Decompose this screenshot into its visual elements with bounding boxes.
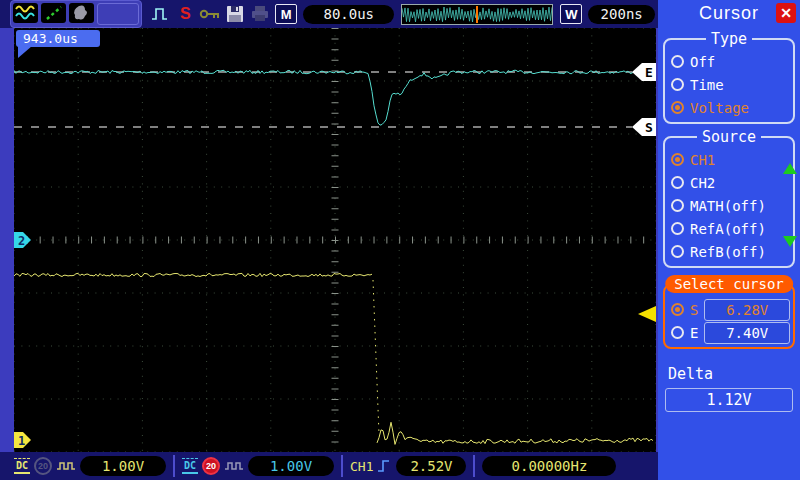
- source-option-math[interactable]: MATH(off): [668, 194, 790, 217]
- cursor-menu-sidebar: Cursor ✕ Type Off Time Voltage Source CH…: [658, 0, 800, 480]
- trigger-source-label: CH1: [350, 459, 373, 474]
- ch2-coupling-dc-icon[interactable]: DC: [182, 458, 198, 474]
- cursor-time-tag: 943.0us: [16, 30, 100, 58]
- trigger-level-arrow-icon[interactable]: [638, 306, 656, 322]
- rising-edge-icon: [376, 458, 392, 474]
- cursor-e-marker[interactable]: E: [632, 63, 656, 81]
- delta-label: Delta: [668, 365, 790, 383]
- ch1-bandwidth-limit-icon[interactable]: 20: [34, 457, 52, 475]
- radio-icon: [671, 245, 684, 258]
- cursor-s-marker[interactable]: S: [632, 118, 656, 136]
- source-option-ch2[interactable]: CH2: [668, 171, 790, 194]
- waveform-preview-strip[interactable]: [401, 4, 553, 25]
- cursor-e-value: 7.40V: [704, 322, 790, 344]
- type-group-title: Type: [665, 30, 793, 48]
- cursor-lines[interactable]: [14, 72, 632, 127]
- separator: [173, 455, 175, 477]
- scroll-up-icon[interactable]: [783, 163, 797, 174]
- scroll-down-icon[interactable]: [783, 236, 797, 247]
- waveform-display: E S 2 1 943.0us: [14, 28, 656, 452]
- cursor-s-row[interactable]: S 6.28V: [668, 298, 790, 321]
- window-timebase-badge: W: [560, 4, 582, 24]
- ch1-coupling-dc-icon[interactable]: DC: [14, 458, 30, 474]
- trigger-level-readout: 2.52V: [396, 456, 466, 476]
- cursor-type-group: Type Off Time Voltage: [663, 38, 795, 124]
- close-icon[interactable]: ✕: [776, 3, 796, 23]
- type-option-voltage[interactable]: Voltage: [668, 96, 790, 119]
- dashed-line-icon[interactable]: [41, 3, 66, 23]
- radio-icon: [671, 55, 684, 68]
- graticule: [14, 28, 656, 452]
- ch2-volts-div-readout: 1.00V: [248, 456, 334, 476]
- main-timebase-readout: 80.0us: [303, 5, 394, 24]
- radio-icon: [671, 101, 684, 114]
- key-lock-icon[interactable]: [199, 3, 222, 25]
- select-cursor-title: Select cursor: [665, 275, 793, 293]
- noise-blob-icon[interactable]: [69, 3, 94, 23]
- radio-icon: [671, 303, 684, 316]
- ch1-waveform-type-icon: [56, 460, 76, 472]
- ch2-zero-marker-label: 2: [18, 234, 25, 248]
- ch1-zero-marker-label: 1: [18, 434, 25, 448]
- source-option-ch1[interactable]: CH1: [668, 148, 790, 171]
- cursor-time-tag-label: 943.0us: [23, 31, 78, 46]
- cursor-e-row[interactable]: E 7.40V: [668, 321, 790, 344]
- source-group-title: Source: [665, 128, 793, 146]
- type-option-time[interactable]: Time: [668, 73, 790, 96]
- toolbar-icon-panel: [10, 0, 142, 28]
- window-timebase-readout: 200ns: [588, 5, 655, 24]
- empty-toolbar-button[interactable]: [97, 3, 139, 25]
- ch2-waveform-type-icon: [224, 460, 244, 472]
- s-indicator-label: S: [180, 5, 191, 23]
- ch1-zero-marker[interactable]: 1: [14, 432, 31, 448]
- ch1-volts-div-readout: 1.00V: [80, 456, 166, 476]
- radio-icon: [671, 199, 684, 212]
- printer-icon[interactable]: [248, 3, 271, 25]
- cursor-e-marker-label: E: [645, 65, 653, 80]
- traces: [14, 70, 653, 444]
- radio-icon: [671, 176, 684, 189]
- save-floppy-icon[interactable]: [223, 3, 246, 25]
- source-option-refb[interactable]: RefB(off): [668, 240, 790, 263]
- frequency-counter-readout: 0.00000Hz: [482, 456, 616, 476]
- radio-icon: [671, 326, 684, 339]
- top-toolbar: S M 80.0us: [0, 0, 658, 28]
- channel-waves-icon[interactable]: [13, 3, 38, 23]
- main-timebase-badge: M: [275, 4, 297, 24]
- source-option-refa[interactable]: RefA(off): [668, 217, 790, 240]
- cursor-s-value: 6.28V: [704, 299, 790, 321]
- delta-value: 1.12V: [665, 388, 793, 412]
- radio-icon: [671, 153, 684, 166]
- separator: [341, 455, 343, 477]
- status-bar: DC 20 1.00V DC 20 1.00V CH1 2.52V: [0, 452, 658, 480]
- cursor-source-group: Source CH1 CH2 MATH(off) RefA(off) RefB(…: [663, 136, 795, 268]
- pulse-trigger-icon[interactable]: [149, 3, 172, 25]
- oscilloscope-screen: S M 80.0us: [0, 0, 800, 480]
- radio-icon: [671, 78, 684, 91]
- single-trigger-indicator: S: [174, 3, 197, 25]
- separator: [473, 455, 475, 477]
- ch2-bandwidth-limit-icon[interactable]: 20: [202, 457, 220, 475]
- radio-icon: [671, 222, 684, 235]
- ch2-zero-marker[interactable]: 2: [14, 232, 31, 248]
- cursor-s-marker-label: S: [645, 120, 653, 135]
- select-cursor-group: Select cursor S 6.28V E 7.40V: [663, 284, 795, 349]
- type-option-off[interactable]: Off: [668, 50, 790, 73]
